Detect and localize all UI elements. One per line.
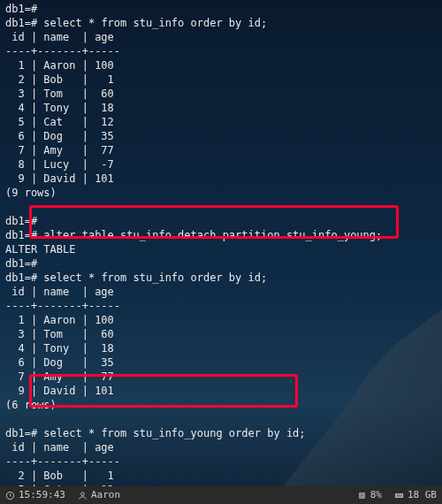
clock-icon	[5, 491, 15, 500]
status-cpu-value: 8%	[370, 488, 382, 502]
status-user: Aaron	[78, 488, 120, 502]
sql-query: select * from stu_info order by id;	[43, 17, 267, 29]
sql-query: select * from stu_info_young order by id…	[43, 427, 305, 439]
status-mem: 18 GB	[394, 488, 437, 502]
svg-rect-3	[361, 494, 363, 497]
prompt: db1=#	[5, 257, 37, 270]
cpu-icon	[357, 491, 367, 500]
prompt: db1=#	[5, 3, 37, 15]
prompt: db1=#	[5, 17, 43, 29]
table-sep: ----+-------+-----	[5, 300, 120, 312]
table-header: id | name | age	[5, 286, 114, 298]
status-cpu: 8%	[357, 488, 382, 502]
status-time-value: 15:59:43	[19, 488, 65, 502]
user-icon	[78, 491, 88, 500]
table-sep: ----+-------+-----	[5, 45, 120, 57]
table-body: 1 | Aaron | 100 2 | Bob | 1 3 | Tom | 60…	[5, 59, 114, 185]
prompt: db1=#	[5, 271, 43, 284]
prompt: db1=#	[5, 229, 43, 241]
terminal-output[interactable]: db1=# db1=# select * from stu_info order…	[0, 0, 442, 504]
svg-point-1	[81, 492, 85, 495]
status-user-value: Aaron	[91, 488, 120, 502]
table-header: id | name | age	[5, 31, 114, 43]
table-body: 1 | Aaron | 100 3 | Tom | 60 4 | Tony | …	[5, 314, 114, 397]
alter-response: ALTER TABLE	[5, 243, 75, 256]
prompt: db1=#	[5, 427, 43, 439]
row-count: (6 rows)	[5, 399, 57, 411]
table-sep: ----+-------+-----	[5, 455, 120, 468]
sql-query: alter table stu_info detach partition st…	[43, 229, 382, 241]
sql-query: select * from stu_info order by id;	[43, 271, 267, 284]
table-header: id | name | age	[5, 441, 114, 454]
status-bar: 15:59:43 Aaron 8% 18 GB	[0, 486, 442, 504]
memory-icon	[394, 491, 404, 500]
status-mem-value: 18 GB	[408, 488, 437, 502]
svg-rect-2	[359, 493, 364, 498]
prompt: db1=#	[5, 215, 37, 227]
row-count: (9 rows)	[5, 187, 57, 199]
status-time: 15:59:43	[5, 488, 65, 502]
